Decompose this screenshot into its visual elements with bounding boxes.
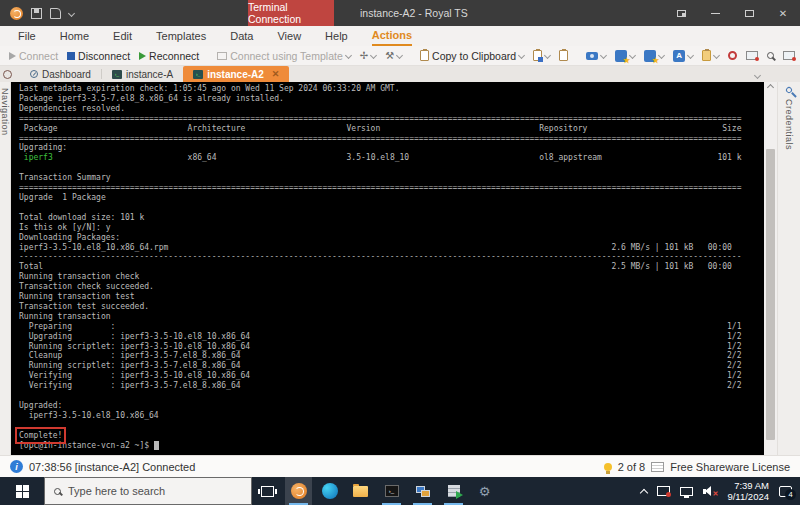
quick-access-chevron-icon[interactable] bbox=[68, 9, 75, 16]
tab-dashboard[interactable]: Dashboard bbox=[20, 66, 101, 82]
search-icon bbox=[54, 488, 61, 495]
window-popup-icon bbox=[783, 51, 795, 60]
network-icon[interactable] bbox=[680, 487, 693, 496]
close-tab-icon[interactable]: ✕ bbox=[272, 69, 280, 79]
lightbulb-icon[interactable] bbox=[604, 463, 612, 471]
system-tray: ✕ 7:39 AM9/11/2024 4 bbox=[641, 480, 800, 502]
taskbar-search-input[interactable]: Type here to search bbox=[44, 477, 252, 505]
menu-file[interactable]: File bbox=[18, 26, 36, 46]
task-view-button[interactable] bbox=[254, 477, 281, 505]
tray-expand-chevron-icon[interactable] bbox=[640, 488, 648, 496]
credentials-panel-strip[interactable]: Credentials bbox=[777, 82, 800, 455]
taskbar-settings[interactable]: ⚙ bbox=[471, 477, 498, 505]
title-bar: Terminal Connection instance-A2 - Royal … bbox=[0, 0, 800, 26]
window-title: instance-A2 - Royal TS bbox=[360, 0, 468, 26]
menu-edit[interactable]: Edit bbox=[113, 26, 132, 46]
speaker-muted-icon[interactable]: ✕ bbox=[703, 486, 717, 497]
credentials-panel-label: Credentials bbox=[784, 99, 794, 150]
hammer-icon: ⚒ bbox=[385, 50, 394, 61]
clipboard-icon bbox=[420, 50, 429, 61]
tray-app-alert-icon[interactable] bbox=[657, 486, 670, 496]
menu-help[interactable]: Help bbox=[325, 26, 348, 46]
taskbar-edge[interactable] bbox=[316, 477, 343, 505]
play-restart-icon bbox=[139, 52, 146, 60]
search-placeholder: Type here to search bbox=[68, 485, 165, 497]
taskbar-server-manager[interactable] bbox=[440, 477, 467, 505]
text-encoding-button[interactable]: A bbox=[670, 49, 696, 63]
record-icon bbox=[728, 51, 737, 60]
tab-instance-a2[interactable]: ›_instance-A2✕ bbox=[183, 66, 289, 82]
taskbar-command-prompt[interactable]: ›_ bbox=[378, 477, 405, 505]
terminal-icon: ›_ bbox=[112, 70, 122, 79]
scroll-up-icon[interactable] bbox=[767, 84, 774, 91]
license-label[interactable]: Free Shareware License bbox=[670, 461, 790, 473]
taskbar-file-explorer[interactable] bbox=[347, 477, 374, 505]
key-sequence-button[interactable]: ✢ bbox=[357, 49, 379, 62]
command-prompt-icon: ›_ bbox=[385, 485, 399, 497]
royal-ts-window: Terminal Connection instance-A2 - Royal … bbox=[0, 0, 800, 505]
server-play-icon bbox=[448, 485, 460, 497]
paste-special-button[interactable] bbox=[556, 49, 571, 62]
royal-ts-icon bbox=[291, 483, 307, 499]
monitor-icon bbox=[746, 51, 758, 60]
record-button[interactable] bbox=[725, 50, 740, 61]
find-button[interactable] bbox=[764, 51, 777, 60]
menu-data[interactable]: Data bbox=[230, 26, 253, 46]
remote-desktop-icon bbox=[416, 486, 430, 497]
copy-to-clipboard-button[interactable]: Copy to Clipboard bbox=[417, 49, 527, 63]
connect-using-template-button[interactable]: Connect using Template bbox=[214, 49, 353, 63]
menu-view[interactable]: View bbox=[277, 26, 301, 46]
menu-home[interactable]: Home bbox=[60, 26, 89, 46]
start-button[interactable] bbox=[0, 477, 44, 505]
taskbar-clock[interactable]: 7:39 AM9/11/2024 bbox=[727, 480, 769, 502]
royal-ts-logo-icon bbox=[10, 7, 23, 20]
connect-button[interactable]: Connect bbox=[6, 49, 61, 63]
minimize-button[interactable] bbox=[698, 0, 732, 26]
maximize-restore-button[interactable] bbox=[732, 0, 766, 26]
license-icon bbox=[651, 462, 664, 472]
dock-window-button[interactable] bbox=[664, 0, 698, 26]
close-button[interactable]: ✕ bbox=[766, 0, 800, 26]
paste-special-icon bbox=[559, 50, 568, 61]
terminal-scrollbar[interactable] bbox=[764, 82, 777, 455]
terminal[interactable]: Last metadata expiration check: 1:05:45 … bbox=[11, 82, 764, 455]
navigation-compass-icon[interactable] bbox=[3, 70, 12, 79]
gear-icon: ⚙ bbox=[479, 484, 491, 499]
quick-access-toolbar bbox=[0, 7, 74, 20]
folder-icon bbox=[353, 486, 368, 497]
menu-actions[interactable]: Actions bbox=[372, 26, 412, 46]
task-view-icon bbox=[261, 486, 274, 497]
terminal-icon: ›_ bbox=[193, 70, 203, 79]
tab-list-dropdown-icon[interactable] bbox=[754, 72, 761, 79]
magnifier-icon bbox=[767, 52, 774, 59]
add-document-button[interactable]: ★ bbox=[641, 49, 667, 63]
scrollbar-thumb[interactable] bbox=[766, 149, 775, 440]
save-icon[interactable] bbox=[31, 8, 42, 19]
status-bar: i 07:38:56 [instance-A2] Connected 2 of … bbox=[0, 455, 800, 477]
connection-tab-bar: Dashboard ›_instance-A ›_instance-A2✕ bbox=[0, 66, 800, 82]
key-icon bbox=[785, 86, 793, 94]
disconnect-button[interactable]: Disconnect bbox=[64, 49, 133, 63]
paste-button[interactable] bbox=[530, 49, 553, 62]
popup-window-button[interactable] bbox=[780, 50, 798, 61]
navigation-panel-label: Navigation bbox=[0, 88, 10, 455]
add-connection-button[interactable]: ★ bbox=[612, 49, 638, 63]
navigation-panel-strip[interactable]: Navigation bbox=[0, 82, 11, 455]
menu-templates[interactable]: Templates bbox=[156, 26, 206, 46]
remote-screen-button[interactable] bbox=[743, 50, 761, 61]
notification-center-icon[interactable]: 4 bbox=[779, 486, 792, 497]
tab-instance-a[interactable]: ›_instance-A bbox=[102, 66, 183, 82]
paste-icon bbox=[533, 50, 542, 61]
screenshot-button[interactable] bbox=[583, 51, 609, 61]
key-sequence-icon: ✢ bbox=[360, 50, 368, 61]
template-window-icon bbox=[217, 52, 227, 60]
taskbar-royal-ts[interactable] bbox=[285, 477, 312, 505]
taskbar-remote-desktop[interactable] bbox=[409, 477, 436, 505]
stop-icon bbox=[67, 52, 75, 60]
font-a-icon: A bbox=[673, 50, 685, 62]
ribbon-menu: File Home Edit Templates Data View Help … bbox=[0, 26, 800, 46]
document-icon[interactable] bbox=[50, 8, 61, 19]
session-notes-button[interactable] bbox=[699, 49, 722, 62]
reconnect-button[interactable]: Reconnect bbox=[136, 49, 202, 63]
command-task-button[interactable]: ⚒ bbox=[382, 49, 405, 62]
